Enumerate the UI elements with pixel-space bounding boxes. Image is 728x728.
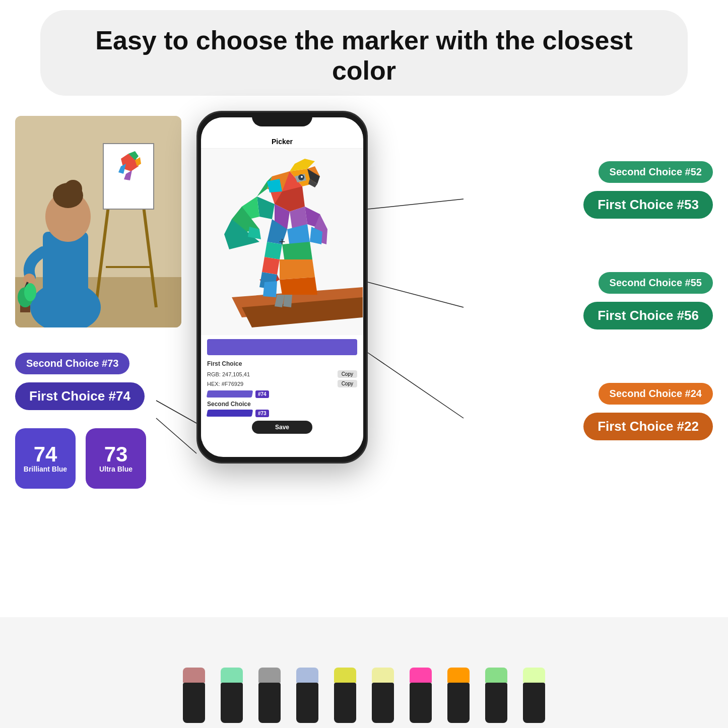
badge-second-73: Second Choice #73 (15, 353, 129, 374)
marker-2 (218, 668, 246, 723)
marker-3-top (258, 668, 281, 683)
copy-rgb-button[interactable]: Copy (338, 370, 357, 378)
left-badges: Second Choice #73 First Choice #74 (15, 353, 145, 414)
marker-10-top (523, 668, 545, 683)
marker-chips: 74 Brilliant Blue 73 Ultra Blue (15, 428, 146, 489)
badge-first-22: First Choice #22 (583, 413, 713, 440)
svg-marker-56 (283, 295, 292, 307)
svg-marker-36 (282, 242, 312, 262)
hex-row: HEX: #F76929 Copy (207, 380, 357, 387)
phone-color-bar (207, 339, 357, 355)
badge-second-24: Second Choice #24 (599, 383, 713, 405)
marker-7-top (410, 668, 432, 683)
marker-chip-73: 73 Ultra Blue (86, 428, 146, 489)
first-choice-marker: #74 (207, 389, 357, 399)
marker-8-body (447, 683, 470, 723)
marker-4-body (296, 683, 318, 723)
svg-line-61 (368, 282, 464, 307)
marker-chip-74: 74 Brilliant Blue (15, 428, 76, 489)
marker-2-top (221, 668, 243, 683)
chip-73-num: 73 (104, 444, 128, 465)
svg-line-60 (368, 199, 464, 209)
chip-74-name: Brilliant Blue (24, 465, 67, 474)
svg-rect-12 (43, 232, 88, 310)
svg-point-16 (59, 213, 80, 231)
chip-74-num: 74 (34, 444, 57, 465)
marker-8-top (447, 668, 470, 683)
phone-notch (252, 112, 312, 126)
marker-3 (256, 668, 284, 723)
first-choice-row: First Choice (207, 358, 357, 368)
marker-9 (483, 668, 510, 723)
marker-10-body (523, 683, 545, 723)
badge-first-74: First Choice #74 (15, 382, 145, 410)
badge-second-55: Second Choice #55 (599, 272, 713, 294)
svg-marker-38 (280, 259, 315, 280)
svg-point-21 (24, 283, 36, 301)
phone-parrot-area: + (201, 149, 363, 335)
second-choice-marker: #73 (207, 409, 357, 418)
svg-point-15 (64, 180, 82, 198)
marker-9-body (485, 683, 507, 723)
marker-5-body (334, 683, 356, 723)
phone-app-name: Picker (201, 135, 363, 149)
svg-point-45 (301, 176, 303, 178)
phone-mockup: Picker (196, 111, 368, 464)
badge-second-52: Second Choice #52 (599, 161, 713, 183)
svg-marker-37 (262, 257, 280, 275)
marker-stroke-74 (207, 390, 253, 398)
marker-6 (369, 668, 397, 723)
artist-photo (15, 116, 181, 327)
save-button[interactable]: Save (252, 421, 312, 434)
marker-10 (520, 668, 548, 723)
page-title: Easy to choose the marker with the close… (71, 25, 657, 86)
right-bot-badges: Second Choice #24 First Choice #22 (583, 383, 713, 444)
crosshair-icon: + (279, 235, 286, 248)
phone-bottom-panel: First Choice RGB: 247,105,41 Copy HEX: #… (201, 335, 363, 441)
marker-2-body (221, 683, 243, 723)
badge-first-56: First Choice #56 (583, 302, 713, 329)
svg-line-62 (368, 353, 464, 418)
badge-first-53: First Choice #53 (583, 191, 713, 219)
svg-marker-40 (280, 277, 317, 295)
marker-3-body (258, 683, 281, 723)
svg-marker-54 (263, 281, 277, 297)
chip-73-name: Ultra Blue (99, 465, 133, 474)
copy-hex-button[interactable]: Copy (338, 380, 357, 387)
hex-label: HEX: #F76929 (207, 381, 243, 387)
marker-6-body (372, 683, 394, 723)
marker-num-74: #74 (255, 390, 269, 398)
second-choice-title: Second Choice (207, 401, 357, 408)
right-top-badges: Second Choice #52 First Choice #53 (583, 161, 713, 223)
right-mid-badges: Second Choice #55 First Choice #56 (583, 272, 713, 334)
marker-4 (294, 668, 321, 723)
marker-5 (332, 668, 359, 723)
phone-screen: Picker (201, 117, 363, 457)
marker-6-top (372, 668, 394, 683)
rgb-label: RGB: 247,105,41 (207, 371, 250, 377)
marker-1-body (183, 683, 205, 723)
marker-stroke-73 (207, 410, 253, 417)
header-banner: Easy to choose the marker with the close… (40, 10, 688, 96)
marker-4-top (296, 668, 318, 683)
first-choice-title: First Choice (207, 360, 242, 367)
markers-bottom (0, 617, 728, 728)
marker-7 (407, 668, 435, 723)
rgb-row: RGB: 247,105,41 Copy (207, 370, 357, 378)
marker-8 (445, 668, 473, 723)
marker-1-top (183, 668, 205, 683)
marker-7-body (410, 683, 432, 723)
marker-5-top (334, 668, 356, 683)
marker-9-top (485, 668, 507, 683)
svg-line-64 (156, 418, 196, 453)
marker-num-73: #73 (255, 410, 269, 417)
marker-1 (180, 668, 208, 723)
svg-line-63 (156, 401, 196, 423)
